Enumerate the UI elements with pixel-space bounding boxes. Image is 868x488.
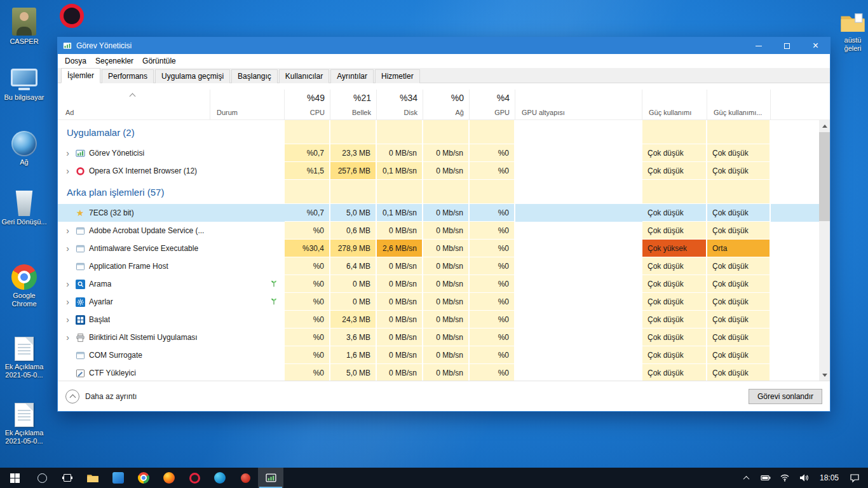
process-row[interactable]: › Opera GX Internet Browser (12) %1,5 25… xyxy=(58,162,830,180)
network-tray-button[interactable] xyxy=(776,468,793,488)
process-row[interactable]: › Biriktirici Alt Sistemi Uygulaması %0 … xyxy=(58,329,830,346)
maximize-button[interactable] xyxy=(773,37,801,54)
expand-chevron-icon[interactable]: › xyxy=(64,315,71,324)
process-row[interactable]: › Adobe Acrobat Update Service (... %0 0… xyxy=(58,222,830,240)
task-manager-taskbar-button[interactable] xyxy=(258,468,283,488)
cortana-button[interactable] xyxy=(29,468,55,488)
column-header-ad[interactable]: Ad xyxy=(58,90,210,119)
chrome-taskbar-button[interactable] xyxy=(131,468,156,488)
column-header-gpu[interactable]: %4GPU xyxy=(470,90,515,119)
column-header-cpu[interactable]: %49CPU xyxy=(285,90,330,119)
opera-taskbar-button[interactable] xyxy=(182,468,207,488)
power-usage-cell: Çok düşük xyxy=(642,275,707,293)
tab-uygulama-gecmisi[interactable]: Uygulama geçmişi xyxy=(155,69,230,83)
desktop-icon-document-1[interactable]: Ek Açıklama 2021-05-0... xyxy=(0,332,48,379)
desktop-icon-network[interactable]: Ağ xyxy=(0,127,48,166)
power-trend-cell: Çok düşük xyxy=(707,257,771,275)
start-icon xyxy=(75,315,85,325)
battery-tray-button[interactable] xyxy=(757,468,774,488)
power-trend-cell: Çok düşük xyxy=(707,329,771,346)
column-header-ag[interactable]: %0Ağ xyxy=(423,90,470,119)
column-header-bellek[interactable]: %21Bellek xyxy=(330,90,377,119)
desktop-icon-folder-top-right[interactable]: aüstü ğeleri xyxy=(834,5,868,53)
section-row[interactable]: Uygulamalar (2) xyxy=(58,120,830,144)
desktop-icon-this-pc[interactable]: Bu bilgisayar xyxy=(0,62,48,102)
process-row[interactable]: Application Frame Host %0 6,4 MB 0 MB/sn… xyxy=(58,257,830,275)
volume-tray-button[interactable] xyxy=(796,468,812,488)
desktop-icon-casper[interactable]: CASPER xyxy=(0,6,48,46)
section-row[interactable]: Arka plan işlemleri (57) xyxy=(58,180,830,204)
process-row[interactable]: ★ 7EC8 (32 bit) %0,7 5,0 MB 0,1 MB/sn 0 … xyxy=(58,204,830,222)
blue-app-button[interactable] xyxy=(105,468,131,488)
expand-chevron-icon[interactable]: › xyxy=(64,244,71,253)
desktop-icon-chrome[interactable]: Google Chrome xyxy=(0,261,48,308)
process-row[interactable]: › Görev Yöneticisi %0,7 23,3 MB 0 MB/sn … xyxy=(58,144,830,162)
desktop-icon-label: Bu bilgisayar xyxy=(4,93,44,102)
process-row[interactable]: CTF Yükleyici %0 5,0 MB 0 MB/sn 0 Mb/sn … xyxy=(58,364,830,381)
scrollbar-up-arrow[interactable] xyxy=(819,120,830,131)
desktop-icon-label: CASPER xyxy=(10,37,38,46)
battery-icon xyxy=(761,473,771,483)
opera-desktop-icon[interactable] xyxy=(60,4,84,28)
expand-chevron-icon[interactable]: › xyxy=(64,333,71,342)
scrollbar-down-arrow[interactable] xyxy=(819,370,830,381)
tray-expand-button[interactable] xyxy=(738,468,755,488)
taskbar-clock[interactable]: 18:05 xyxy=(815,473,844,482)
task-view-button[interactable] xyxy=(55,468,80,488)
end-task-button[interactable]: Görevi sonlandır xyxy=(749,389,822,404)
gpu-cell: %0 xyxy=(470,346,515,364)
tab-baslangic[interactable]: Başlangıç xyxy=(231,69,278,83)
menu-secenekler[interactable]: Seçenekler xyxy=(91,57,138,65)
gpu-engine-cell xyxy=(515,240,642,257)
column-header-disk[interactable]: %34Disk xyxy=(377,90,423,119)
desktop-icon-recycle-bin[interactable]: Geri Dönüşü... xyxy=(0,187,48,226)
menu-dosya[interactable]: Dosya xyxy=(60,57,91,65)
power-usage-cell: Çok düşük xyxy=(642,346,707,364)
details-toggle[interactable]: Daha az ayrıntı xyxy=(65,390,137,403)
network-cell: 0 Mb/sn xyxy=(423,257,470,275)
firefox-taskbar-button[interactable] xyxy=(156,468,182,488)
window-titlebar[interactable]: Görev Yöneticisi × xyxy=(58,37,830,54)
process-row[interactable]: › Arama %0 0 MB 0 MB/sn 0 Mb/sn %0 Çok d… xyxy=(58,275,830,293)
status-cell xyxy=(210,180,285,204)
process-row[interactable]: › Ayarlar %0 0 MB 0 MB/sn 0 Mb/sn %0 Çok… xyxy=(58,293,830,311)
expand-chevron-icon[interactable]: › xyxy=(64,226,71,235)
minimize-button[interactable] xyxy=(744,37,773,54)
firefox-icon xyxy=(163,472,175,484)
wifi-icon xyxy=(780,473,790,483)
tab-hizmetler[interactable]: Hizmetler xyxy=(375,69,420,83)
edge-taskbar-button[interactable] xyxy=(207,468,233,488)
task-manager-icon xyxy=(266,473,276,484)
expand-chevron-icon[interactable]: › xyxy=(64,166,71,175)
tab-ayrintilar[interactable]: Ayrıntılar xyxy=(330,69,374,83)
file-explorer-button[interactable] xyxy=(80,468,105,488)
process-row[interactable]: › Antimalware Service Executable %30,4 2… xyxy=(58,240,830,257)
vertical-scrollbar[interactable] xyxy=(819,120,830,381)
action-center-button[interactable] xyxy=(846,468,863,488)
process-row[interactable]: › Başlat %0 24,3 MB 0 MB/sn 0 Mb/sn %0 Ç… xyxy=(58,311,830,329)
start-button[interactable] xyxy=(0,468,29,488)
action-center-icon xyxy=(850,473,860,483)
close-button[interactable]: × xyxy=(801,37,830,54)
desktop-icon-document-2[interactable]: Ek Açıklama 2021-05-0... xyxy=(0,398,48,445)
red-app-button[interactable] xyxy=(233,468,258,488)
tab-kullanicilar[interactable]: Kullanıcılar xyxy=(279,69,329,83)
expand-chevron-icon[interactable]: › xyxy=(64,280,71,288)
column-header-durum[interactable]: Durum xyxy=(210,90,285,119)
expand-chevron-icon[interactable]: › xyxy=(64,297,71,306)
gpu-engine-cell xyxy=(515,144,642,162)
tab-performans[interactable]: Performans xyxy=(102,69,154,83)
column-header-guc-kullanimi-trend[interactable]: Güç kullanımı... xyxy=(707,90,771,119)
column-header-guc-kullanimi[interactable]: Güç kullanımı xyxy=(642,90,707,119)
tab-strip: İşlemler Performans Uygulama geçmişi Baş… xyxy=(58,68,830,83)
minimize-icon xyxy=(756,46,762,46)
process-row[interactable]: COM Surrogate %0 1,6 MB 0 MB/sn 0 Mb/sn … xyxy=(58,346,830,364)
column-header-gpu-altyapisi[interactable]: GPU altyapısı xyxy=(515,90,642,119)
tab-islemler[interactable]: İşlemler xyxy=(61,68,100,83)
process-name: Application Frame Host xyxy=(89,262,168,271)
gpu-engine-cell xyxy=(515,346,642,364)
menu-goruntule[interactable]: Görüntüle xyxy=(138,57,180,65)
scrollbar-thumb[interactable] xyxy=(819,132,830,221)
expand-chevron-icon[interactable]: › xyxy=(64,149,71,158)
opera-icon xyxy=(189,473,200,484)
